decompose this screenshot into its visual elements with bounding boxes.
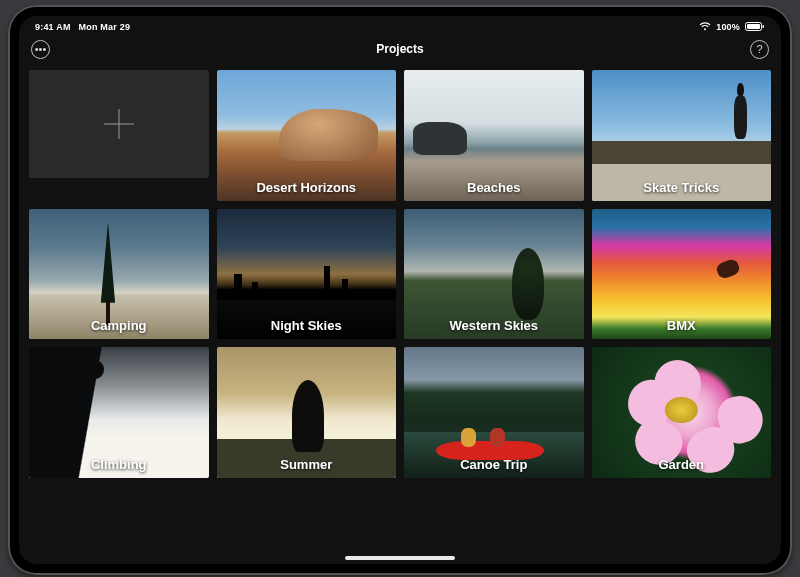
screen: 9:41 AM Mon Mar 29 100% ••• Projects ? bbox=[19, 16, 781, 564]
svg-rect-1 bbox=[747, 24, 760, 29]
project-tile[interactable]: Canoe Trip bbox=[404, 347, 584, 478]
project-title: BMX bbox=[592, 318, 772, 333]
projects-grid: Desert Horizons Beaches Skate Tricks Cam… bbox=[19, 64, 781, 484]
battery-icon bbox=[745, 22, 765, 31]
status-right: 100% bbox=[699, 22, 765, 32]
ellipsis-icon: ••• bbox=[35, 44, 47, 55]
help-button[interactable]: ? bbox=[750, 40, 769, 59]
more-button[interactable]: ••• bbox=[31, 40, 50, 59]
status-time: 9:41 AM bbox=[35, 22, 71, 32]
status-bar: 9:41 AM Mon Mar 29 100% bbox=[19, 16, 781, 34]
plus-icon bbox=[104, 109, 134, 139]
new-project-tile[interactable] bbox=[29, 70, 209, 178]
project-title: Climbing bbox=[29, 457, 209, 472]
ipad-frame: 9:41 AM Mon Mar 29 100% ••• Projects ? bbox=[8, 5, 792, 575]
project-tile[interactable]: BMX bbox=[592, 209, 772, 340]
project-tile[interactable]: Western Skies bbox=[404, 209, 584, 340]
project-tile[interactable]: Desert Horizons bbox=[217, 70, 397, 201]
project-title: Garden bbox=[592, 457, 772, 472]
status-left: 9:41 AM Mon Mar 29 bbox=[35, 22, 130, 32]
home-indicator[interactable] bbox=[345, 556, 455, 560]
project-tile[interactable]: Night Skies bbox=[217, 209, 397, 340]
project-title: Skate Tricks bbox=[592, 180, 772, 195]
battery-percentage: 100% bbox=[716, 22, 740, 32]
project-title: Desert Horizons bbox=[217, 180, 397, 195]
page-title: Projects bbox=[19, 42, 781, 56]
project-title: Western Skies bbox=[404, 318, 584, 333]
nav-bar: ••• Projects ? bbox=[19, 34, 781, 64]
project-tile[interactable]: Skate Tricks bbox=[592, 70, 772, 201]
project-tile[interactable]: Summer bbox=[217, 347, 397, 478]
project-tile[interactable]: Camping bbox=[29, 209, 209, 340]
project-tile[interactable]: Garden bbox=[592, 347, 772, 478]
project-title: Canoe Trip bbox=[404, 457, 584, 472]
wifi-icon bbox=[699, 22, 711, 31]
project-title: Camping bbox=[29, 318, 209, 333]
status-date: Mon Mar 29 bbox=[79, 22, 131, 32]
project-tile[interactable]: Climbing bbox=[29, 347, 209, 478]
svg-rect-2 bbox=[763, 25, 765, 28]
question-icon: ? bbox=[756, 44, 762, 55]
project-title: Summer bbox=[217, 457, 397, 472]
project-title: Beaches bbox=[404, 180, 584, 195]
project-title: Night Skies bbox=[217, 318, 397, 333]
project-tile[interactable]: Beaches bbox=[404, 70, 584, 201]
